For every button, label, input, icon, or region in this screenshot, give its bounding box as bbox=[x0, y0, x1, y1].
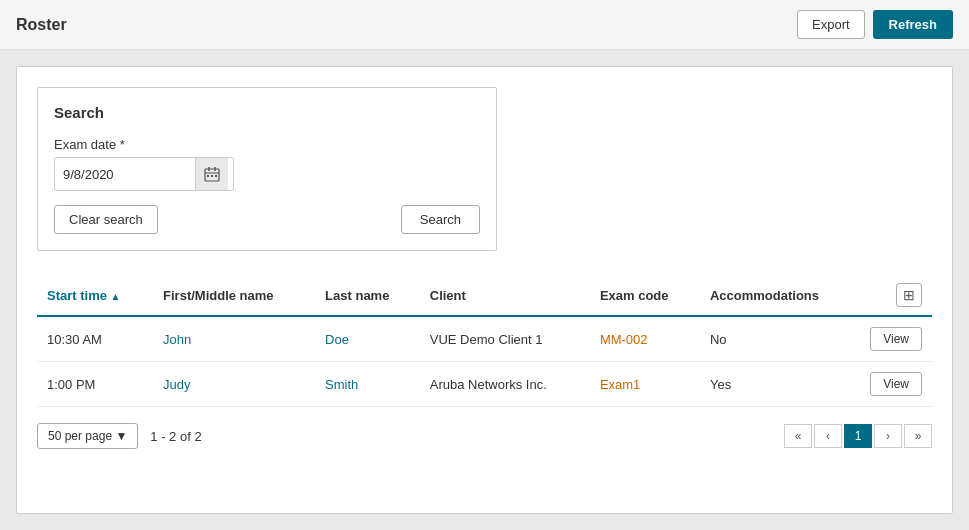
col-filter: ⊞ bbox=[860, 275, 932, 316]
current-page-button[interactable]: 1 bbox=[844, 424, 872, 448]
col-start-time-label: Start time bbox=[47, 288, 107, 303]
exam-date-input[interactable] bbox=[55, 161, 195, 188]
svg-rect-4 bbox=[207, 175, 209, 177]
pagination-controls: « ‹ 1 › » bbox=[784, 424, 932, 448]
record-info: 1 - 2 of 2 bbox=[150, 429, 201, 444]
cell-client: Aruba Networks Inc. bbox=[420, 362, 590, 407]
per-page-button[interactable]: 50 per page ▼ bbox=[37, 423, 138, 449]
table-row: 1:00 PM Judy Smith Aruba Networks Inc. E… bbox=[37, 362, 932, 407]
prev-page-button[interactable]: ‹ bbox=[814, 424, 842, 448]
col-exam-code: Exam code bbox=[590, 275, 700, 316]
cell-exam-code: MM-002 bbox=[590, 316, 700, 362]
per-page-dropdown-icon: ▼ bbox=[115, 429, 127, 443]
cell-last-name[interactable]: Smith bbox=[315, 362, 420, 407]
calendar-button[interactable] bbox=[195, 158, 228, 190]
pagination-bar: 50 per page ▼ 1 - 2 of 2 « ‹ 1 › » bbox=[37, 423, 932, 449]
exam-date-label: Exam date * bbox=[54, 137, 480, 152]
clear-search-button[interactable]: Clear search bbox=[54, 205, 158, 234]
roster-table-container: Start time ▲ First/Middle name Last name… bbox=[37, 275, 932, 407]
sort-ascending-icon: ▲ bbox=[111, 291, 121, 302]
cell-first-name[interactable]: Judy bbox=[153, 362, 315, 407]
per-page-container: 50 per page ▼ 1 - 2 of 2 bbox=[37, 423, 202, 449]
calendar-icon bbox=[204, 166, 220, 182]
col-client: Client bbox=[420, 275, 590, 316]
search-section-title: Search bbox=[54, 104, 480, 121]
roster-table: Start time ▲ First/Middle name Last name… bbox=[37, 275, 932, 407]
search-section: Search Exam date * bbox=[37, 87, 497, 251]
search-button[interactable]: Search bbox=[401, 205, 480, 234]
svg-rect-5 bbox=[211, 175, 213, 177]
per-page-label: 50 per page bbox=[48, 429, 112, 443]
app-header: Roster Export Refresh bbox=[0, 0, 969, 50]
cell-start-time: 1:00 PM bbox=[37, 362, 153, 407]
cell-view: View bbox=[860, 362, 932, 407]
filter-icon: ⊞ bbox=[903, 287, 915, 303]
next-page-button[interactable]: › bbox=[874, 424, 902, 448]
col-start-time[interactable]: Start time ▲ bbox=[37, 275, 153, 316]
page-title: Roster bbox=[16, 16, 67, 34]
main-content: Search Exam date * bbox=[16, 66, 953, 514]
view-button[interactable]: View bbox=[870, 327, 922, 351]
refresh-button[interactable]: Refresh bbox=[873, 10, 953, 39]
first-page-button[interactable]: « bbox=[784, 424, 812, 448]
col-accommodations: Accommodations bbox=[700, 275, 860, 316]
view-button[interactable]: View bbox=[870, 372, 922, 396]
cell-exam-code: Exam1 bbox=[590, 362, 700, 407]
col-first-middle: First/Middle name bbox=[153, 275, 315, 316]
cell-accommodations: Yes bbox=[700, 362, 860, 407]
search-buttons: Clear search Search bbox=[54, 205, 480, 234]
svg-rect-6 bbox=[215, 175, 217, 177]
table-row: 10:30 AM John Doe VUE Demo Client 1 MM-0… bbox=[37, 316, 932, 362]
export-button[interactable]: Export bbox=[797, 10, 865, 39]
exam-date-group: Exam date * bbox=[54, 137, 480, 191]
cell-accommodations: No bbox=[700, 316, 860, 362]
date-input-wrapper bbox=[54, 157, 234, 191]
cell-last-name[interactable]: Doe bbox=[315, 316, 420, 362]
table-header-row: Start time ▲ First/Middle name Last name… bbox=[37, 275, 932, 316]
filter-icon-button[interactable]: ⊞ bbox=[896, 283, 922, 307]
cell-start-time: 10:30 AM bbox=[37, 316, 153, 362]
cell-view: View bbox=[860, 316, 932, 362]
last-page-button[interactable]: » bbox=[904, 424, 932, 448]
col-last-name: Last name bbox=[315, 275, 420, 316]
cell-first-name[interactable]: John bbox=[153, 316, 315, 362]
header-actions: Export Refresh bbox=[797, 10, 953, 39]
cell-client: VUE Demo Client 1 bbox=[420, 316, 590, 362]
